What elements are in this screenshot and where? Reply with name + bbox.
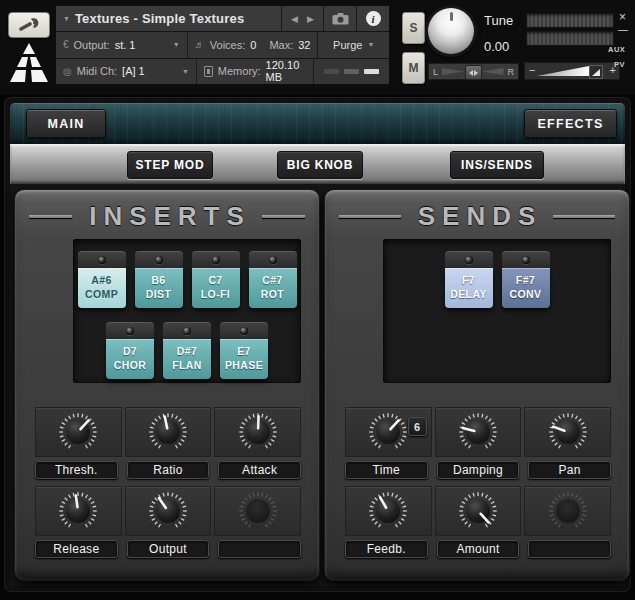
slot-label: C#7ROT <box>249 268 297 308</box>
pan-center-handle[interactable] <box>465 65 482 80</box>
sends-screen: F7DELAYF#7CONV <box>383 239 611 383</box>
slot-label: B6DIST <box>135 268 183 308</box>
slot-effect-name: LO-FI <box>201 288 230 302</box>
inserts-knob-row-1 <box>35 407 301 457</box>
slot-cap <box>502 251 550 268</box>
sends-slot-delay[interactable]: F7DELAY <box>445 251 493 308</box>
tempo-sync-badge[interactable]: 6 <box>408 417 427 436</box>
slot-cap <box>106 322 154 339</box>
volume-minus[interactable]: − <box>529 64 535 77</box>
inserts-slot-flan[interactable]: D#7FLAN <box>163 322 211 379</box>
voices-readout: ♬ Voices: 0 Max: 32 <box>187 32 318 57</box>
slot-label: D#7FLAN <box>163 339 211 379</box>
pan-wedge-right <box>482 68 504 75</box>
knob-icon <box>54 408 102 456</box>
knob-icon <box>364 487 412 535</box>
inserts-slot-dist[interactable]: B6DIST <box>135 251 183 308</box>
slot-label: E7PHASE <box>220 339 268 379</box>
status-bar <box>344 69 359 74</box>
inserts-knob-thresh[interactable] <box>35 407 122 457</box>
title-rule <box>339 215 401 218</box>
slot-key: A#6 <box>91 274 111 288</box>
notes-icon: ♬ <box>195 39 205 50</box>
dropdown-arrow-icon: ▼ <box>367 41 374 48</box>
midi-channel-select[interactable]: ◎ Midi Ch: [A] 1 ▼ <box>56 59 196 84</box>
pan-arrow-left-icon <box>469 70 473 76</box>
inserts-knob-release[interactable] <box>35 486 122 536</box>
tab-step-mod[interactable]: STEP MOD <box>127 151 213 179</box>
nav-left-icon[interactable]: ◀ <box>291 14 298 24</box>
instrument-title-dropdown[interactable]: ▼ Textures - Simple Textures <box>56 6 281 31</box>
tab-big-knob[interactable]: BIG KNOB <box>277 151 363 179</box>
purge-menu[interactable]: Purge ▼ <box>317 32 389 57</box>
slot-effect-name: COMP <box>85 288 118 302</box>
sends-knob-feedb[interactable] <box>345 486 432 536</box>
minimize-icon[interactable]: — <box>618 24 628 35</box>
inserts-plate-row-1: Thresh.RatioAttack <box>35 461 301 479</box>
volume-handle[interactable] <box>589 65 603 79</box>
nav-right-icon[interactable]: ▶ <box>307 14 314 24</box>
tune-value: 0.00 <box>484 39 509 54</box>
slot-key: D7 <box>123 345 137 359</box>
sends-knob-amount[interactable] <box>435 486 522 536</box>
sends-knob-row-1: 6 <box>345 407 611 457</box>
tab-effects[interactable]: EFFECTS <box>524 109 617 138</box>
inserts-slot-row-2: D7CHORD#7FLANE7PHASE <box>73 322 301 379</box>
snapshot-camera-button[interactable] <box>323 6 356 31</box>
midi-icon: ◎ <box>63 66 72 77</box>
slot-label: D7CHOR <box>106 339 154 379</box>
tab-main[interactable]: MAIN <box>26 109 106 138</box>
close-icon[interactable]: × <box>619 10 626 24</box>
led-indicator-icon <box>522 256 530 264</box>
pan-slider[interactable]: L R <box>428 63 519 80</box>
inserts-knob-output[interactable] <box>125 486 212 536</box>
pan-arrow-right-icon <box>474 70 478 76</box>
instrument-title: Textures - Simple Textures <box>75 11 244 26</box>
inserts-knob-attack[interactable] <box>214 407 301 457</box>
slot-effect-name: CHOR <box>114 359 147 373</box>
output-value: st. 1 <box>115 39 136 51</box>
inserts-title: INSERTS <box>83 203 251 229</box>
volume-slider[interactable]: − + <box>524 62 620 80</box>
inserts-slot-lo-fi[interactable]: C7LO-FI <box>192 251 240 308</box>
knob-icon <box>454 408 502 456</box>
memory-chip-icon <box>204 66 213 77</box>
output-jack-icon: € <box>63 39 69 50</box>
sends-slot-conv[interactable]: F#7CONV <box>502 251 550 308</box>
knob-icon <box>54 487 102 535</box>
slot-cap <box>249 251 297 268</box>
title-rule <box>262 215 305 218</box>
inserts-knob-ratio[interactable] <box>125 407 212 457</box>
tune-knob[interactable] <box>428 8 474 54</box>
kontakt-instrument-window: ▼ Textures - Simple Textures ◀ ▶ i <box>0 0 635 600</box>
sends-knob-label-plate: Pan <box>528 461 611 479</box>
slot-label: F#7CONV <box>502 268 550 308</box>
pv-label[interactable]: PV <box>614 60 625 69</box>
mute-button[interactable]: M <box>402 52 425 84</box>
info-button[interactable]: i <box>356 6 389 31</box>
slot-effect-name: ROT <box>261 288 284 302</box>
led-indicator-icon <box>269 256 277 264</box>
slot-key: F#7 <box>516 274 535 288</box>
inserts-slot-chor[interactable]: D7CHOR <box>106 322 154 379</box>
slot-key: B6 <box>151 274 165 288</box>
knob-icon <box>144 408 192 456</box>
pan-track[interactable] <box>442 64 503 79</box>
voices-label: Voices: <box>210 39 245 51</box>
output-select[interactable]: € Output: st. 1 ▼ <box>56 32 187 57</box>
sends-knob-damping[interactable] <box>435 407 522 457</box>
tab-ins-sends[interactable]: INS/SENDS <box>450 151 544 179</box>
inserts-slot-comp[interactable]: A#6COMP <box>78 251 126 308</box>
sends-knob-pan[interactable] <box>524 407 611 457</box>
inserts-knob-label-plate: Thresh. <box>35 461 118 479</box>
inserts-knob-empty <box>214 486 301 536</box>
solo-button[interactable]: S <box>402 12 425 44</box>
sends-knob-time[interactable]: 6 <box>345 407 432 457</box>
aux-label[interactable]: AUX <box>608 45 625 54</box>
slot-key: C7 <box>208 274 222 288</box>
inserts-slot-phase[interactable]: E7PHASE <box>220 322 268 379</box>
purge-label: Purge <box>333 39 362 51</box>
edit-wrench-button[interactable] <box>8 12 50 38</box>
sends-slot-row-1: F7DELAYF#7CONV <box>383 251 611 308</box>
inserts-slot-rot[interactable]: C#7ROT <box>249 251 297 308</box>
